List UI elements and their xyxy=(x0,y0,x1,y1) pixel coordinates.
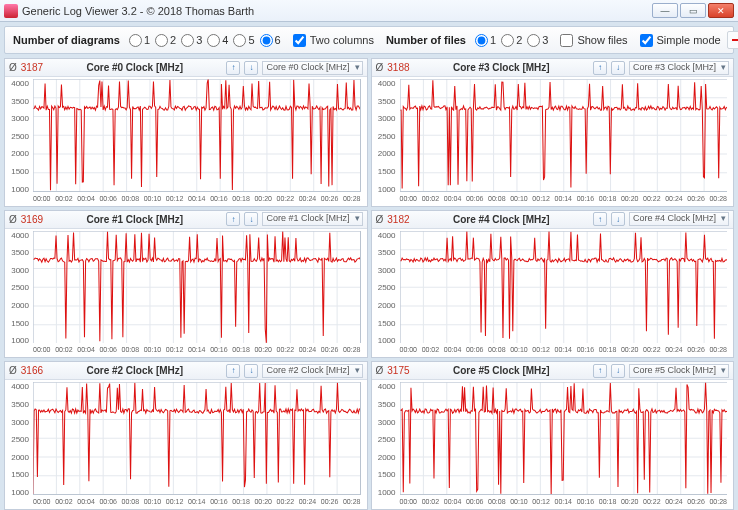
series-select[interactable]: Core #1 Clock [MHz] xyxy=(262,212,362,226)
simple-mode-checkbox[interactable]: Simple mode xyxy=(634,34,721,47)
x-tick: 00:20 xyxy=(254,498,272,509)
x-tick: 00:26 xyxy=(687,346,705,357)
minimize-button[interactable]: — xyxy=(652,3,678,18)
panel-up-button[interactable]: ↑ xyxy=(226,364,240,378)
series-select[interactable]: Core #0 Clock [MHz] xyxy=(262,61,362,75)
x-tick: 00:20 xyxy=(621,195,639,206)
avg-symbol: Ø xyxy=(376,62,384,73)
x-tick: 00:04 xyxy=(77,195,95,206)
x-tick: 00:28 xyxy=(709,346,727,357)
panel-title: Core #3 Clock [MHz] xyxy=(414,62,589,73)
y-tick: 1000 xyxy=(5,336,29,345)
y-tick: 2000 xyxy=(5,149,29,158)
panel-down-button[interactable]: ↓ xyxy=(611,61,625,75)
y-tick: 3000 xyxy=(5,266,29,275)
y-tick: 2000 xyxy=(5,301,29,310)
y-tick: 1000 xyxy=(372,185,396,194)
panel-up-button[interactable]: ↑ xyxy=(593,61,607,75)
two-columns-checkbox[interactable]: Two columns xyxy=(287,34,374,47)
x-tick: 00:10 xyxy=(144,346,162,357)
x-tick: 00:08 xyxy=(122,346,140,357)
x-tick: 00:22 xyxy=(643,498,661,509)
series-select[interactable]: Core #2 Clock [MHz] xyxy=(262,364,362,378)
chart-panel-1: Ø3188Core #3 Clock [MHz]↑↓Core #3 Clock … xyxy=(371,58,735,207)
chart-plot xyxy=(33,231,361,344)
x-tick: 00:18 xyxy=(232,195,250,206)
panel-up-button[interactable]: ↑ xyxy=(226,61,240,75)
y-tick: 1000 xyxy=(372,336,396,345)
y-tick: 4000 xyxy=(372,231,396,240)
diagrams-radio-3[interactable]: 3 xyxy=(178,34,202,47)
show-files-checkbox[interactable]: Show files xyxy=(554,34,627,47)
x-tick: 00:14 xyxy=(188,346,206,357)
legend-line-icon xyxy=(732,39,738,41)
x-tick: 00:22 xyxy=(277,346,295,357)
x-tick: 00:22 xyxy=(643,195,661,206)
y-tick: 3500 xyxy=(5,248,29,257)
panel-up-button[interactable]: ↑ xyxy=(226,212,240,226)
x-tick: 00:04 xyxy=(444,195,462,206)
x-tick: 00:24 xyxy=(665,498,683,509)
avg-value: 3182 xyxy=(387,214,409,225)
x-tick: 00:14 xyxy=(554,498,572,509)
panel-down-button[interactable]: ↓ xyxy=(611,364,625,378)
y-tick: 2500 xyxy=(372,283,396,292)
diagrams-radio-1[interactable]: 1 xyxy=(126,34,150,47)
panel-down-button[interactable]: ↓ xyxy=(244,364,258,378)
files-radio-2[interactable]: 2 xyxy=(498,34,522,47)
x-tick: 00:08 xyxy=(488,498,506,509)
avg-value: 3169 xyxy=(21,214,43,225)
panel-down-button[interactable]: ↓ xyxy=(244,61,258,75)
files-radio-3[interactable]: 3 xyxy=(524,34,548,47)
x-tick: 00:20 xyxy=(621,346,639,357)
y-tick: 1000 xyxy=(5,185,29,194)
diagrams-radio-5[interactable]: 5 xyxy=(230,34,254,47)
x-tick: 00:24 xyxy=(299,195,317,206)
y-tick: 1500 xyxy=(5,319,29,328)
legend-box: ⟳ xyxy=(727,31,738,49)
x-tick: 00:14 xyxy=(554,195,572,206)
x-tick: 00:02 xyxy=(55,195,73,206)
panel-title: Core #4 Clock [MHz] xyxy=(414,214,589,225)
series-select[interactable]: Core #5 Clock [MHz] xyxy=(629,364,729,378)
x-tick: 00:26 xyxy=(687,498,705,509)
series-select[interactable]: Core #4 Clock [MHz] xyxy=(629,212,729,226)
y-tick: 1000 xyxy=(5,488,29,497)
diagrams-radio-6[interactable]: 6 xyxy=(257,34,281,47)
x-tick: 00:08 xyxy=(122,195,140,206)
y-tick: 3500 xyxy=(5,97,29,106)
panel-down-button[interactable]: ↓ xyxy=(611,212,625,226)
x-tick: 00:26 xyxy=(321,498,339,509)
x-tick: 00:08 xyxy=(488,195,506,206)
y-tick: 2000 xyxy=(5,453,29,462)
avg-value: 3175 xyxy=(387,365,409,376)
maximize-button[interactable]: ▭ xyxy=(680,3,706,18)
x-tick: 00:10 xyxy=(144,195,162,206)
diagrams-radio-2[interactable]: 2 xyxy=(152,34,176,47)
panel-up-button[interactable]: ↑ xyxy=(593,212,607,226)
panel-down-button[interactable]: ↓ xyxy=(244,212,258,226)
chart-panel-3: Ø3182Core #4 Clock [MHz]↑↓Core #4 Clock … xyxy=(371,210,735,359)
y-tick: 1500 xyxy=(372,470,396,479)
y-tick: 4000 xyxy=(372,382,396,391)
diagrams-label: Number of diagrams xyxy=(13,34,120,46)
x-tick: 00:02 xyxy=(422,498,440,509)
diagrams-radio-4[interactable]: 4 xyxy=(204,34,228,47)
x-tick: 00:24 xyxy=(299,498,317,509)
x-tick: 00:10 xyxy=(510,195,528,206)
x-tick: 00:10 xyxy=(510,498,528,509)
files-radio-1[interactable]: 1 xyxy=(472,34,496,47)
x-tick: 00:20 xyxy=(621,498,639,509)
y-tick: 3000 xyxy=(372,418,396,427)
chart-grid: Ø3187Core #0 Clock [MHz]↑↓Core #0 Clock … xyxy=(4,58,734,510)
series-select[interactable]: Core #3 Clock [MHz] xyxy=(629,61,729,75)
app-icon xyxy=(4,4,18,18)
x-tick: 00:00 xyxy=(33,346,51,357)
x-tick: 00:04 xyxy=(77,346,95,357)
y-tick: 2500 xyxy=(5,435,29,444)
panel-up-button[interactable]: ↑ xyxy=(593,364,607,378)
titlebar: Generic Log Viewer 3.2 - © 2018 Thomas B… xyxy=(0,0,738,22)
x-tick: 00:28 xyxy=(709,195,727,206)
close-button[interactable]: ✕ xyxy=(708,3,734,18)
x-tick: 00:14 xyxy=(188,498,206,509)
